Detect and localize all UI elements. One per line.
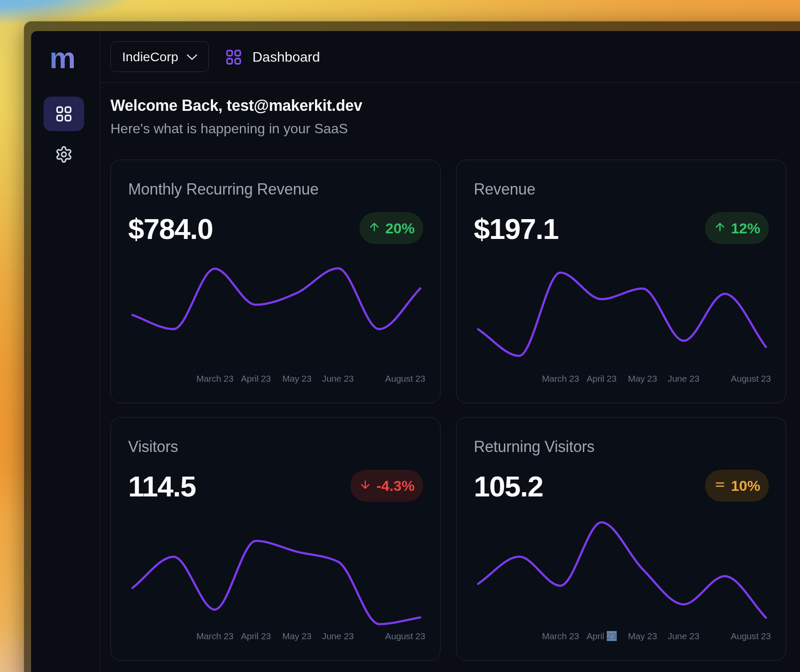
metric-card: Visitors 114.5 -4.3% March 23April 23May… [110,417,441,661]
nav-title: Dashboard [252,49,320,65]
sidebar-item-settings[interactable] [44,137,84,172]
x-axis-tick: April 23 [241,631,271,641]
selected-text: 23 [607,631,617,641]
sidebar: m [31,31,100,672]
page-subtitle: Here's what is happening in your SaaS [110,120,348,137]
x-axis-tick: June 23 [322,631,353,641]
x-axis-tick: May 23 [282,374,312,384]
x-axis-tick: August 23 [385,631,425,641]
app-logo[interactable]: m [31,42,97,73]
layout-grid-icon [55,105,73,123]
x-axis-tick: June 23 [322,374,353,384]
x-axis-tick: June 23 [668,374,699,384]
metric-card: Returning Visitors 105.2 10% March 23Apr… [456,417,786,661]
metric-card: Monthly Recurring Revenue $784.0 20% Mar… [110,160,441,403]
x-axis-tick: April 23 [241,374,271,384]
metric-card: Revenue $197.1 12% March 23April 23May 2… [456,160,786,403]
team-selector-button[interactable]: IndieCorp [110,41,209,72]
x-axis-tick: August 23 [731,631,771,641]
line-chart-path [132,268,420,329]
topbar: IndieCorp Dashboard [101,31,800,83]
line-chart-path [132,541,420,624]
x-axis-tick: March 23 [196,631,233,641]
x-axis-tick: March 23 [542,374,579,384]
x-axis-tick: June 23 [668,631,699,641]
metrics-grid: Monthly Recurring Revenue $784.0 20% Mar… [110,160,786,661]
main-area: IndieCorp Dashboard Welcome Back, test@m… [101,31,800,672]
x-axis-tick: August 23 [385,374,425,384]
line-chart-path [478,522,766,618]
breadcrumb: Dashboard [225,31,320,83]
line-chart [111,160,441,404]
x-axis-tick: August 23 [731,374,771,384]
line-chart [457,418,787,661]
x-axis-tick: March 23 [542,631,579,641]
page-title: Welcome Back, test@makerkit.dev [110,96,362,115]
team-selector-label: IndieCorp [122,50,178,64]
x-axis-tick: May 23 [628,374,657,384]
line-chart [457,160,787,404]
x-axis-tick: May 23 [282,631,312,641]
app-window: m IndieCorp [24,21,800,672]
app-logo-letter: m [50,41,76,74]
x-axis-tick: March 23 [196,374,233,384]
line-chart [111,418,441,661]
app-root: m IndieCorp [31,31,800,672]
x-axis-tick: May 23 [628,631,657,641]
x-axis-tick: April 23 [586,631,617,641]
chevron-down-icon [186,50,198,63]
page-content: Welcome Back, test@makerkit.dev Here's w… [101,83,800,672]
line-chart-path [478,273,766,356]
settings-gear-icon [55,145,73,163]
x-axis-tick: April 23 [586,374,617,384]
layout-grid-icon [225,48,243,66]
sidebar-item-dashboard[interactable] [44,97,84,131]
